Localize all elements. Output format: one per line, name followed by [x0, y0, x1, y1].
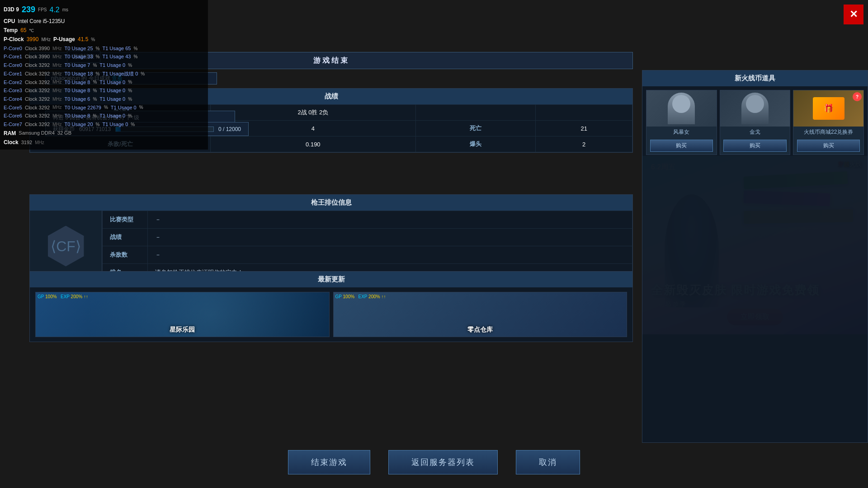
- rank-label-1: 战绩: [103, 229, 148, 246]
- shop-item-0-img: [646, 90, 717, 127]
- hud-ms-val: 4.2: [50, 4, 60, 16]
- hud-ecore-6: E-Core6 Clock 3292MHz T0 Usage 8% T1 Usa…: [4, 112, 204, 120]
- shop-panel: 新火线币道具 风暴女 购买 金戈 购买 🎁: [642, 70, 868, 443]
- hud-core-0: P-Core0 Clock 3990MHz T0 Usage 25% T1 Us…: [4, 44, 204, 53]
- deaths-label: 死亡: [415, 121, 535, 136]
- update-cards: GP 100% EXP 200% ↑↑ 星际乐园 GP 100% EXP 200…: [30, 287, 632, 342]
- ranking-section: 枪王排位信息 ⟨CF⟩ 比赛类型 － 战绩 － 杀敌数 － 排名 请参加枪王排位…: [29, 194, 633, 282]
- rank-row-2: 杀敌数 －: [103, 246, 632, 264]
- hud-ecore-4: E-Core4 Clock 3292MHz T0 Usage 6% T1 Usa…: [4, 95, 204, 103]
- update-title: 最新更新: [30, 272, 632, 287]
- hud-ecore-5: E-Core5 Clock 3292MHz T0 Usage 22679% T1…: [4, 103, 204, 112]
- hud-fps-val: 239: [22, 3, 35, 17]
- hud-ecore-3: E-Core3 Clock 3292MHz T0 Usage 8% T1 Usa…: [4, 86, 204, 95]
- hud-pusage-unit: %: [91, 36, 95, 43]
- rank-label-2: 杀敌数: [103, 246, 148, 264]
- shop-item-1-img: [720, 90, 790, 127]
- game-end-title: 游戏结束: [313, 56, 349, 66]
- hud-pclock-label: P-Clock: [4, 35, 24, 44]
- shop-title: 新火线币道具: [642, 70, 868, 86]
- hud-temp-label: Temp: [4, 26, 18, 35]
- shop-item-0: 风暴女 购买: [646, 90, 717, 155]
- rank-val-0: －: [148, 211, 632, 229]
- close-button[interactable]: ✕: [844, 5, 863, 24]
- shop-buy-btn-1[interactable]: 购买: [723, 140, 786, 152]
- rank-row-1: 战绩 －: [103, 229, 632, 246]
- hud-core-1: P-Core1 Clock 3990MHz T0 Usage 33% T1 Us…: [4, 52, 204, 61]
- hud-pusage-val: 41.5: [78, 35, 88, 44]
- rank-val-2: －: [148, 246, 632, 264]
- blank-label: [415, 105, 535, 121]
- hud-d3d: D3D 9: [4, 5, 19, 14]
- hud-ecore-2: E-Core2 Clock 3292MHz T0 Usage 8% T1 Usa…: [4, 78, 204, 87]
- shop-items: 风暴女 购买 金戈 购买 🎁 ? 火线币商城22兑换券 购买: [642, 86, 868, 159]
- winloss-val: 2战 0胜 2负: [210, 105, 415, 121]
- hud-ecore-7: E-Core7 Clock 3292MHz T0 Usage 20% T1 Us…: [4, 120, 204, 129]
- gold-progress-text: 0 / 12000: [218, 126, 241, 132]
- back-to-servers-button[interactable]: 返回服务器列表: [388, 450, 498, 474]
- headshots-val: 2: [536, 136, 632, 152]
- update-card-0-label: 星际乐园: [170, 326, 195, 337]
- headshots-label: 爆头: [415, 136, 535, 152]
- shop-item-0-name: 风暴女: [670, 127, 692, 138]
- shop-buy-btn-0[interactable]: 购买: [650, 140, 713, 152]
- hud-fps-unit: FPS: [38, 6, 47, 14]
- rank-val-1: －: [148, 229, 632, 246]
- hud-pclock-val: 3990: [27, 35, 39, 44]
- shop-item-2: 🎁 ? 火线币商城22兑换券 购买: [793, 90, 864, 155]
- hud-temp-val: 65: [20, 26, 26, 35]
- hud-ecore-0: E-Core0 Clock 3292MHz T0 Usage 7% T1 Usa…: [4, 61, 204, 70]
- hud-panel: D3D 9 239 FPS 4.2 ms CPU Intel Core i5-1…: [0, 0, 208, 150]
- rank-label-0: 比赛类型: [103, 211, 148, 229]
- update-section: 最新更新 GP 100% EXP 200% ↑↑ 星际乐园 GP 100% EX…: [29, 271, 633, 342]
- ranking-logo-hex: ⟨CF⟩: [48, 226, 84, 267]
- hud-ecore-1: E-Core1 Clock 3292MHz T0 Usage 18% T1 Us…: [4, 70, 204, 78]
- hud-ms-unit: ms: [62, 6, 68, 14]
- shop-buy-btn-2[interactable]: 购买: [797, 140, 860, 152]
- hud-pusage-label: P-Usage: [53, 35, 75, 44]
- hud-cpu-name: Intel Core i5-1235U: [18, 17, 65, 26]
- hud-clock: Clock 3192 MHz: [4, 138, 204, 147]
- shop-item-2-img: 🎁 ?: [793, 90, 863, 127]
- deaths-val: 21: [536, 121, 632, 136]
- kd-val: 0.190: [210, 136, 415, 152]
- end-game-button[interactable]: 结束游戏: [288, 450, 370, 474]
- shop-item-2-name: 火线币商城22兑换券: [801, 127, 856, 138]
- cancel-button[interactable]: 取消: [516, 450, 580, 474]
- bottom-buttons: 结束游戏 返回服务器列表 取消: [0, 450, 868, 474]
- update-card-0-gp: GP 100% EXP 200% ↑↑: [38, 294, 88, 299]
- update-card-1-label: 零点仓库: [467, 326, 493, 337]
- shop-item-1: 金戈 购买: [720, 90, 791, 155]
- blank-val: [536, 105, 632, 121]
- ranking-title: 枪王排位信息: [30, 195, 632, 211]
- update-card-1[interactable]: GP 100% EXP 200% ↑↑ 零点仓库: [333, 292, 627, 337]
- update-card-1-gp: GP 100% EXP 200% ↑↑: [335, 294, 386, 299]
- update-card-0[interactable]: GP 100% EXP 200% ↑↑ 星际乐园: [35, 292, 330, 337]
- hud-cpu-label: CPU: [4, 17, 15, 26]
- rank-row-0: 比赛类型 －: [103, 211, 632, 229]
- shop-item-1-name: 金戈: [747, 127, 763, 138]
- hud-temp-unit: ℃: [29, 27, 34, 34]
- hud-ram: RAM Samsung DDR4 32 GB: [4, 129, 204, 138]
